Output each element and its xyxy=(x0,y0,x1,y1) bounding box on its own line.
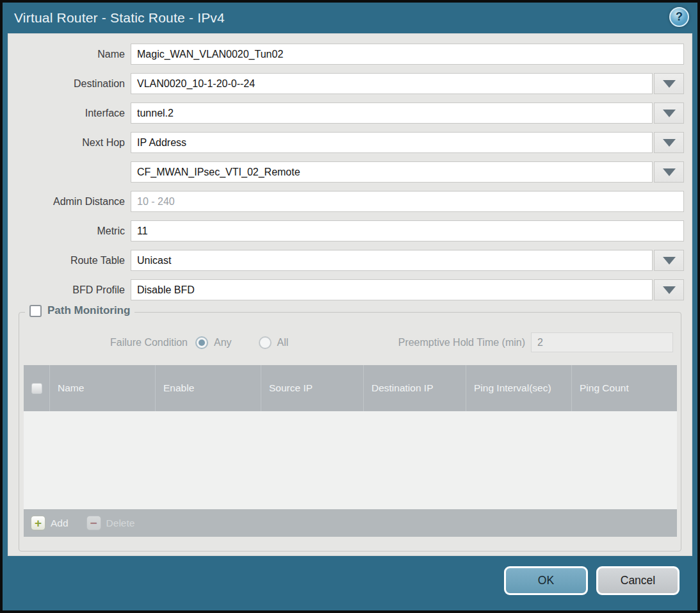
path-monitoring-title: Path Monitoring xyxy=(47,304,130,317)
bfd-profile-dropdown-button[interactable] xyxy=(654,279,684,300)
add-button[interactable]: + Add xyxy=(31,516,69,530)
admin-distance-label: Admin Distance xyxy=(8,196,131,208)
form-row-name: Name xyxy=(8,44,684,65)
next-hop-address-field-wrap xyxy=(131,161,684,183)
next-hop-type-input[interactable] xyxy=(131,132,653,153)
route-table-label: Route Table xyxy=(8,255,131,266)
table-header-enable: Enable xyxy=(155,365,261,411)
path-monitoring-checkbox[interactable] xyxy=(29,305,42,317)
form-row-route-table: Route Table xyxy=(8,250,684,271)
destination-dropdown-button[interactable] xyxy=(654,73,684,94)
dialog-body: Name Destination Interface xyxy=(8,33,692,556)
table-header-row: Name Enable Source IP Destination IP Pin… xyxy=(24,365,677,411)
destination-label: Destination xyxy=(8,78,131,90)
next-hop-dropdown-button[interactable] xyxy=(654,132,684,153)
bfd-profile-field-wrap xyxy=(131,279,684,300)
metric-label: Metric xyxy=(8,225,131,237)
failure-condition-any-radio[interactable] xyxy=(195,336,208,349)
ok-button[interactable]: OK xyxy=(504,566,588,595)
table-select-all-cell xyxy=(24,365,49,411)
bfd-profile-input[interactable] xyxy=(131,279,653,300)
preemptive-hold-time-group: Preemptive Hold Time (min) xyxy=(398,332,673,352)
next-hop-field-wrap xyxy=(131,132,684,153)
table-header-name: Name xyxy=(49,365,155,411)
static-route-dialog: Virtual Router - Static Route - IPv4 ? N… xyxy=(0,0,700,613)
failure-condition-any-label: Any xyxy=(214,337,232,348)
form-row-next-hop-address xyxy=(8,161,684,183)
cancel-button[interactable]: Cancel xyxy=(596,566,680,595)
next-hop-address-dropdown-button[interactable] xyxy=(654,161,684,183)
form-row-interface: Interface xyxy=(8,102,684,124)
minus-icon: − xyxy=(86,516,101,530)
route-table-input[interactable] xyxy=(131,250,653,271)
route-table-dropdown-button[interactable] xyxy=(654,250,684,271)
name-field-wrap xyxy=(131,44,684,65)
failure-condition-row: Failure Condition Any All Preemptive Hol… xyxy=(19,332,681,353)
add-button-label: Add xyxy=(51,518,69,529)
admin-distance-field-wrap xyxy=(131,191,684,212)
destination-input[interactable] xyxy=(131,73,653,94)
caret-down-icon xyxy=(663,80,676,88)
preemptive-hold-time-label: Preemptive Hold Time (min) xyxy=(398,337,525,348)
name-input[interactable] xyxy=(131,44,684,65)
form-row-destination: Destination xyxy=(8,73,684,94)
route-form: Name Destination Interface xyxy=(8,33,692,300)
caret-down-icon xyxy=(663,139,676,147)
form-row-metric: Metric xyxy=(8,220,684,241)
path-monitoring-section: Path Monitoring Failure Condition Any Al… xyxy=(19,312,681,552)
delete-button[interactable]: − Delete xyxy=(86,516,135,530)
form-row-next-hop: Next Hop xyxy=(8,132,684,153)
failure-condition-all-radio[interactable] xyxy=(259,336,272,349)
dialog-titlebar: Virtual Router - Static Route - IPv4 ? xyxy=(3,3,697,33)
table-header-source-ip: Source IP xyxy=(261,365,363,411)
interface-dropdown-button[interactable] xyxy=(654,102,684,124)
next-hop-address-input[interactable] xyxy=(131,161,653,183)
destination-field-wrap xyxy=(131,73,684,94)
caret-down-icon xyxy=(663,110,676,117)
path-monitoring-legend: Path Monitoring xyxy=(25,304,134,317)
table-header-ping-count: Ping Count xyxy=(571,365,677,411)
help-icon[interactable]: ? xyxy=(669,7,689,27)
caret-down-icon xyxy=(663,257,676,265)
interface-input[interactable] xyxy=(131,102,653,124)
name-label: Name xyxy=(8,49,131,60)
metric-input[interactable] xyxy=(131,220,684,241)
next-hop-label: Next Hop xyxy=(8,137,131,149)
select-all-checkbox[interactable] xyxy=(31,383,42,394)
table-header-ping-interval: Ping Interval(sec) xyxy=(466,365,571,411)
bfd-profile-label: BFD Profile xyxy=(8,284,131,296)
plus-icon: + xyxy=(31,516,45,530)
table-body-empty xyxy=(24,411,677,509)
caret-down-icon xyxy=(663,286,676,294)
failure-condition-all-label: All xyxy=(277,337,289,348)
form-row-bfd-profile: BFD Profile xyxy=(8,279,684,300)
path-monitoring-table: Name Enable Source IP Destination IP Pin… xyxy=(24,365,677,537)
interface-label: Interface xyxy=(8,108,131,119)
table-toolbar: + Add − Delete xyxy=(24,509,677,537)
interface-field-wrap xyxy=(131,102,684,124)
admin-distance-input[interactable] xyxy=(131,191,684,212)
caret-down-icon xyxy=(663,168,676,176)
form-row-admin-distance: Admin Distance xyxy=(8,191,684,212)
preemptive-hold-time-input[interactable] xyxy=(531,332,673,352)
delete-button-label: Delete xyxy=(106,518,135,529)
dialog-title: Virtual Router - Static Route - IPv4 xyxy=(14,10,225,26)
failure-condition-label: Failure Condition xyxy=(19,337,195,348)
metric-field-wrap xyxy=(131,220,684,241)
route-table-field-wrap xyxy=(131,250,684,271)
table-header-destination-ip: Destination IP xyxy=(363,365,466,411)
